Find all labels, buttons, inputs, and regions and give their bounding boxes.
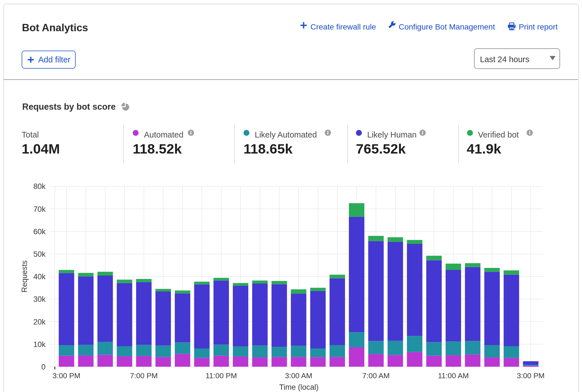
- svg-text:80k: 80k: [33, 182, 46, 191]
- svg-text:3:00 PM: 3:00 PM: [53, 371, 80, 380]
- svg-text:70k: 70k: [33, 205, 46, 213]
- svg-text:3:00 PM: 3:00 PM: [517, 371, 545, 380]
- svg-text:11:00 PM: 11:00 PM: [206, 371, 237, 380]
- svg-text:3:00 AM: 3:00 AM: [285, 371, 312, 380]
- svg-text:7:00 AM: 7:00 AM: [362, 371, 390, 380]
- svg-text:7:00 PM: 7:00 PM: [130, 371, 158, 380]
- svg-text:60k: 60k: [33, 227, 46, 236]
- svg-text:50k: 50k: [33, 250, 46, 258]
- svg-text:40k: 40k: [33, 272, 46, 281]
- svg-text:Time (local): Time (local): [279, 383, 319, 391]
- svg-text:Requests: Requests: [20, 260, 29, 292]
- svg-text:30k: 30k: [33, 295, 46, 303]
- svg-text:11:00 AM: 11:00 AM: [438, 371, 469, 380]
- svg-text:20k: 20k: [33, 318, 46, 326]
- svg-text:10k: 10k: [33, 340, 46, 349]
- svg-text:0: 0: [41, 363, 46, 371]
